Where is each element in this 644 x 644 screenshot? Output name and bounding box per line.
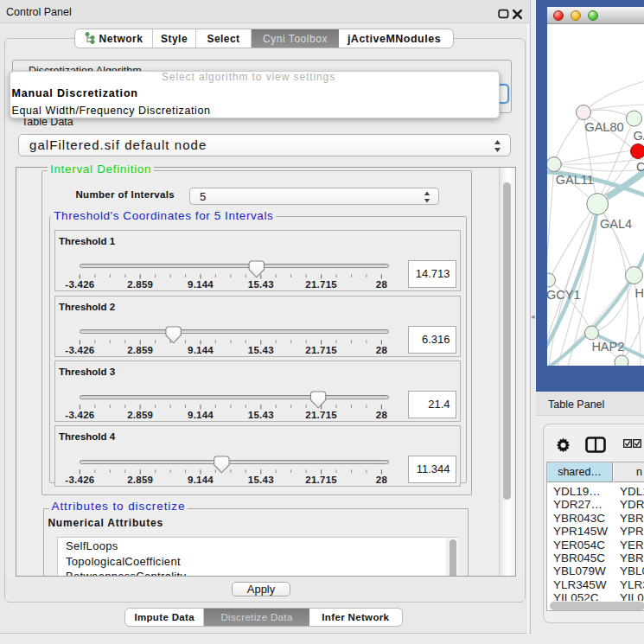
svg-text:GAL4: GAL4 (600, 217, 632, 231)
svg-text:GA: GA (634, 129, 644, 143)
svg-text:C: C (636, 160, 644, 174)
svg-text:GAL80: GAL80 (584, 120, 623, 134)
svg-text:H: H (634, 286, 643, 300)
svg-text:GAL11: GAL11 (556, 173, 594, 187)
svg-text:HAP2: HAP2 (591, 340, 624, 354)
svg-text:GCY1: GCY1 (547, 288, 581, 302)
